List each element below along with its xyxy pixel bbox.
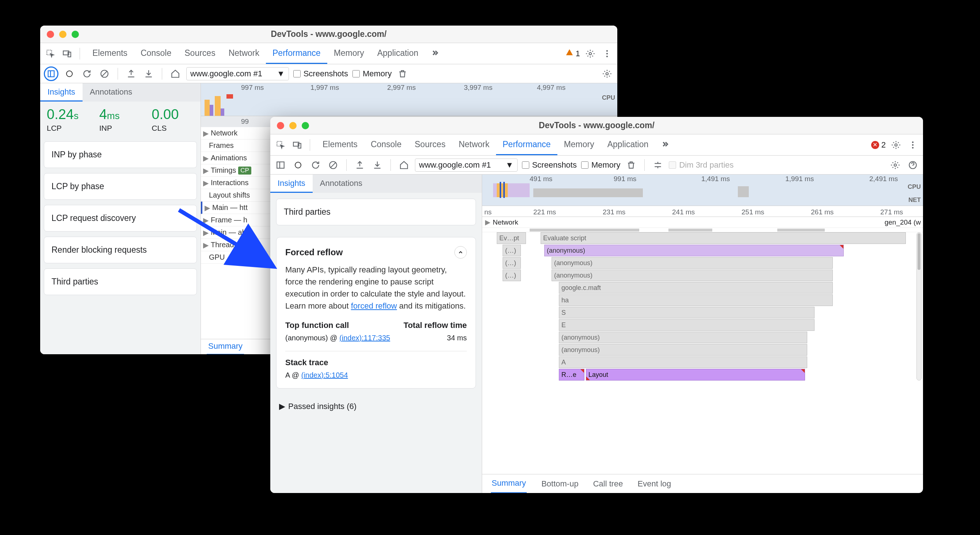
- device-toggle-icon[interactable]: [60, 47, 74, 60]
- tab-performance[interactable]: Performance: [496, 134, 557, 155]
- sidebar-tab-annotations[interactable]: Annotations: [83, 83, 140, 102]
- flame-anonymous-4[interactable]: (anonymous): [559, 332, 807, 343]
- flame-anonymous-2[interactable]: (anonymous): [552, 257, 833, 269]
- settings-gear-icon[interactable]: [584, 47, 597, 60]
- zoom-window-button[interactable]: [72, 31, 79, 38]
- metric-cls[interactable]: 0.00 CLS: [148, 106, 197, 133]
- metric-inp[interactable]: 4ms INP: [96, 106, 145, 133]
- flame-ha[interactable]: ha: [559, 294, 833, 306]
- minimize-window-button[interactable]: [59, 31, 67, 38]
- tab-console[interactable]: Console: [134, 43, 178, 64]
- flame-dots1[interactable]: (…): [503, 244, 521, 256]
- flame-chart[interactable]: Ev…pt (…) (…) (…) Evaluate script (anony…: [482, 232, 923, 474]
- flame-layout[interactable]: Layout: [586, 369, 805, 381]
- more-tabs-icon[interactable]: [659, 138, 672, 152]
- titlebar[interactable]: DevTools - www.google.com/: [270, 117, 923, 134]
- tab-sources[interactable]: Sources: [178, 43, 222, 64]
- flame-evaluate-script[interactable]: Evaluate script: [541, 232, 906, 244]
- upload-icon[interactable]: [124, 67, 138, 80]
- timeline-overview[interactable]: 997 ms 1,997 ms 2,997 ms 3,997 ms 4,997 …: [201, 83, 617, 116]
- toggle-sidebar-button[interactable]: [274, 159, 287, 171]
- tab-summary[interactable]: Summary: [491, 474, 527, 493]
- toggle-sidebar-button[interactable]: [44, 67, 59, 81]
- tab-console[interactable]: Console: [364, 134, 408, 155]
- warnings-badge[interactable]: 1: [565, 49, 580, 59]
- home-icon[interactable]: [398, 159, 410, 171]
- flame-recalc[interactable]: R…e: [559, 369, 584, 381]
- record-button[interactable]: [63, 67, 76, 80]
- clear-button[interactable]: [326, 159, 340, 171]
- timeline-overview[interactable]: 491 ms 991 ms 1,491 ms 1,991 ms 2,491 ms…: [482, 175, 923, 206]
- track-network[interactable]: ▶ Network gen_204 (w: [482, 217, 923, 228]
- tab-elements[interactable]: Elements: [86, 43, 134, 64]
- memory-checkbox[interactable]: Memory: [353, 69, 391, 78]
- screenshots-checkbox[interactable]: Screenshots: [293, 69, 348, 78]
- flame-A[interactable]: A: [559, 356, 807, 368]
- reload-record-button[interactable]: [309, 159, 322, 171]
- flame-dots3[interactable]: (…): [503, 270, 521, 281]
- close-window-button[interactable]: [47, 31, 54, 38]
- record-button[interactable]: [291, 159, 305, 171]
- flame-google-maft[interactable]: google.c.maft: [559, 282, 833, 294]
- flame-S[interactable]: S: [559, 307, 815, 318]
- tab-network[interactable]: Network: [452, 134, 496, 155]
- source-link[interactable]: (index):117:335: [339, 334, 390, 342]
- capture-settings-gear-icon[interactable]: [600, 67, 614, 80]
- flame-evaluate[interactable]: Ev…pt: [497, 232, 526, 244]
- flame-anonymous-3[interactable]: (anonymous): [552, 270, 833, 281]
- tab-elements[interactable]: Elements: [316, 134, 364, 155]
- scrollbar[interactable]: [916, 232, 921, 381]
- device-toggle-icon[interactable]: [291, 138, 304, 152]
- tab-event-log[interactable]: Event log: [638, 479, 671, 489]
- kebab-menu-icon[interactable]: [600, 47, 614, 60]
- home-icon[interactable]: [169, 67, 182, 80]
- tab-application[interactable]: Application: [601, 134, 655, 155]
- insight-third-parties-collapsed[interactable]: Third parties: [270, 193, 482, 231]
- insight-third-parties[interactable]: Third parties: [44, 268, 197, 295]
- flame-dots2[interactable]: (…): [503, 257, 521, 269]
- insight-lcp-request-discovery[interactable]: LCP request discovery: [44, 205, 197, 232]
- flame-E[interactable]: E: [559, 319, 815, 331]
- upload-icon[interactable]: [353, 159, 366, 171]
- tab-sources[interactable]: Sources: [408, 134, 452, 155]
- sidebar-tab-insights[interactable]: Insights: [40, 83, 83, 102]
- reload-record-button[interactable]: [80, 67, 94, 80]
- download-icon[interactable]: [371, 159, 384, 171]
- garbage-collect-icon[interactable]: [396, 67, 409, 80]
- collapse-button[interactable]: [454, 246, 467, 259]
- tab-network[interactable]: Network: [222, 43, 266, 64]
- shortcuts-icon[interactable]: [651, 159, 664, 171]
- sidebar-tab-annotations[interactable]: Annotations: [313, 175, 370, 193]
- more-tabs-icon[interactable]: [428, 47, 442, 60]
- tab-bottom-up[interactable]: Bottom-up: [541, 479, 579, 489]
- summary-tab[interactable]: Summary: [207, 338, 244, 354]
- capture-settings-gear-icon[interactable]: [889, 159, 902, 171]
- close-window-button[interactable]: [277, 122, 284, 129]
- inspect-element-icon[interactable]: [44, 47, 57, 60]
- download-icon[interactable]: [142, 67, 155, 80]
- tab-memory[interactable]: Memory: [557, 134, 601, 155]
- clear-button[interactable]: [98, 67, 111, 80]
- flame-anonymous-1[interactable]: (anonymous): [544, 244, 844, 256]
- learn-more-link[interactable]: forced reflow: [351, 301, 397, 310]
- recording-select[interactable]: www.google.com #1 ▼: [415, 159, 517, 171]
- passed-insights-toggle[interactable]: ▶ Passed insights (6): [270, 394, 482, 419]
- tab-call-tree[interactable]: Call tree: [593, 479, 623, 489]
- help-icon[interactable]: [906, 159, 920, 171]
- kebab-menu-icon[interactable]: [906, 138, 920, 152]
- memory-checkbox[interactable]: Memory: [581, 160, 620, 170]
- screenshots-checkbox[interactable]: Screenshots: [522, 160, 577, 170]
- errors-badge[interactable]: ✕ 2: [871, 140, 886, 150]
- tab-performance[interactable]: Performance: [266, 43, 327, 64]
- inspect-element-icon[interactable]: [274, 138, 287, 152]
- titlebar[interactable]: DevTools - www.google.com/: [40, 25, 617, 43]
- tab-memory[interactable]: Memory: [327, 43, 371, 64]
- dim-3rd-parties-checkbox[interactable]: Dim 3rd parties: [669, 160, 733, 170]
- insight-render-blocking[interactable]: Render blocking requests: [44, 237, 197, 263]
- tab-application[interactable]: Application: [371, 43, 425, 64]
- source-link[interactable]: (index):5:1054: [301, 371, 348, 379]
- flame-anonymous-5[interactable]: (anonymous): [559, 344, 807, 356]
- zoom-window-button[interactable]: [302, 122, 309, 129]
- settings-gear-icon[interactable]: [889, 138, 902, 152]
- metric-lcp[interactable]: 0.24s LCP: [43, 106, 93, 133]
